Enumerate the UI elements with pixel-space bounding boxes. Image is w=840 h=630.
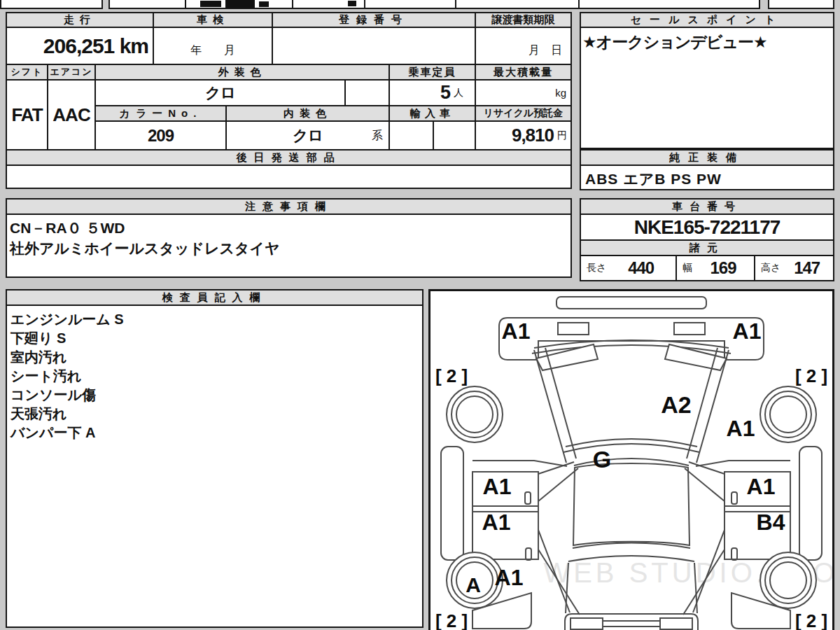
inspector-line: 下廻り S bbox=[10, 329, 124, 348]
interior-color-value: クロ 系 bbox=[227, 122, 390, 150]
damage-label-windshield: A2 bbox=[661, 391, 691, 418]
recycle-deposit-value: 9,810円 bbox=[476, 122, 570, 150]
cutoff-glyphs bbox=[348, 1, 356, 6]
interior-color-suffix: 系 bbox=[372, 129, 383, 144]
car-right-sill bbox=[799, 447, 822, 560]
car-roof-bar bbox=[556, 297, 706, 309]
sales-point-text: ★オークションデビュー★ bbox=[582, 31, 767, 53]
capacity-value: 5人 bbox=[390, 80, 476, 106]
registration-header: 登録番号 bbox=[273, 13, 476, 28]
damage-diagram-panel: WEB STUDIO.PRO bbox=[428, 289, 834, 630]
inspector-line: バンパー下 A bbox=[10, 424, 124, 442]
spec-height: 高さ147 bbox=[755, 256, 833, 280]
genuine-equipment-text: ABS エアB PS PW bbox=[585, 169, 722, 189]
note-line: 社外アルミホイールスタッドレスタイヤ bbox=[10, 238, 279, 258]
cutoff-glyphs bbox=[259, 1, 269, 7]
damage-label-left-rear-quarter: A1 bbox=[495, 565, 524, 590]
damage-label-front-bumper-right: A1 bbox=[733, 318, 762, 344]
shaken-header: 車検 bbox=[154, 13, 273, 28]
inspector-line: 室内汚れ bbox=[10, 348, 124, 367]
inspector-line: エンジンルーム S bbox=[10, 310, 124, 329]
damage-label-cowl: G bbox=[593, 446, 611, 472]
genuine-equipment-header: 純正装備 bbox=[581, 150, 833, 166]
registration-value bbox=[273, 28, 476, 65]
inspector-line: 天張汚れ bbox=[10, 405, 124, 424]
exterior-color-header: 外装色 bbox=[96, 65, 390, 80]
aircon-value: AAC bbox=[48, 80, 96, 150]
mileage-header: 走行 bbox=[7, 13, 154, 28]
inspector-header: 検査員記入欄 bbox=[7, 290, 422, 306]
genuine-equipment-panel: 純正装備 ABS エアB PS PW bbox=[580, 149, 834, 190]
chassis-header: 車台番号 bbox=[581, 200, 833, 215]
shift-header: シフト bbox=[7, 65, 48, 80]
inspector-line: コンソール傷 bbox=[10, 386, 124, 405]
damage-label-right-rear-door: B4 bbox=[757, 510, 785, 535]
damage-label-front-bumper-left: A1 bbox=[502, 318, 531, 344]
color-no-value: 209 bbox=[96, 122, 227, 150]
spec-length: 長さ440 bbox=[581, 256, 677, 280]
cutoff-row-left-cell bbox=[0, 0, 103, 9]
car-front-right-wheel bbox=[760, 386, 816, 442]
exterior-color-extra-cell bbox=[346, 80, 390, 106]
damage-label-right-pillar: A1 bbox=[727, 416, 755, 441]
car-roof bbox=[573, 463, 690, 545]
import-header: 輸入車 bbox=[390, 106, 476, 122]
corner-label-rear-right: [ 2 ] bbox=[795, 610, 827, 630]
note-line: CN－RA０ ５WD bbox=[10, 218, 279, 238]
cutoff-glyphs bbox=[200, 1, 221, 7]
shaken-value: 年 月 bbox=[154, 28, 273, 65]
color-no-header: カラーNo. bbox=[96, 106, 227, 122]
car-rear-right-wheel bbox=[760, 552, 816, 608]
car-front-left-wheel bbox=[447, 386, 503, 442]
max-load-header: 最大積載量 bbox=[476, 65, 570, 80]
later-parts-value bbox=[7, 166, 570, 188]
notes-panel: 注意事項欄 CN－RA０ ５WD 社外アルミホイールスタッドレスタイヤ bbox=[6, 198, 572, 278]
exterior-color-value: クロ bbox=[96, 80, 346, 106]
import-value-cell-1 bbox=[390, 122, 434, 150]
chassis-number: NKE165-7221177 bbox=[581, 215, 833, 241]
damage-label-left-rear-door: A1 bbox=[482, 510, 511, 535]
car-left-sill bbox=[441, 447, 463, 560]
notes-header: 注意事項欄 bbox=[7, 200, 570, 215]
aircon-header: エアコン bbox=[48, 65, 96, 80]
recycle-deposit-header: リサイクル預託金 bbox=[476, 106, 570, 122]
interior-color-header: 内装色 bbox=[227, 106, 390, 122]
mileage-value: 206,251 km bbox=[7, 28, 154, 65]
car-damage-diagram: WEB STUDIO.PRO bbox=[430, 291, 832, 630]
sales-point-panel: セールスポイント ★オークションデビュー★ bbox=[580, 12, 834, 149]
chassis-panel: 車台番号 NKE165-7221177 諸元 長さ440 幅169 高さ147 bbox=[580, 198, 834, 281]
sales-point-header: セールスポイント bbox=[581, 13, 833, 28]
spec-width: 幅169 bbox=[677, 256, 755, 280]
transfer-deadline-value: 月 日 bbox=[476, 28, 570, 65]
specs-header: 諸元 bbox=[581, 241, 833, 256]
max-load-value: kg bbox=[476, 80, 570, 106]
damage-label-left-rear-wheel: A bbox=[465, 573, 481, 596]
shift-value: FAT bbox=[7, 80, 48, 150]
inspector-line: シート汚れ bbox=[10, 367, 124, 386]
damage-label-right-front-door: A1 bbox=[747, 474, 776, 499]
transfer-deadline-header: 譲渡書類期限 bbox=[476, 13, 570, 28]
corner-label-front-right: [ 2 ] bbox=[795, 365, 827, 386]
import-value-cell-2 bbox=[434, 122, 476, 150]
corner-label-front-left: [ 2 ] bbox=[435, 365, 468, 386]
car-front-bumper bbox=[499, 318, 764, 360]
capacity-header: 乗車定員 bbox=[390, 65, 476, 80]
damage-label-left-front-door: A1 bbox=[483, 474, 512, 499]
inspector-panel: 検査員記入欄 エンジンルーム S 下廻り S 室内汚れ シート汚れ コンソール傷… bbox=[6, 289, 424, 628]
specs-row: 長さ440 幅169 高さ147 bbox=[581, 256, 833, 280]
corner-label-rear-left: [ 2 ] bbox=[435, 610, 468, 630]
later-parts-header: 後日発送部品 bbox=[7, 150, 570, 166]
cutoff-glyphs bbox=[225, 0, 255, 8]
cutoff-row-right-cell bbox=[768, 0, 834, 9]
vehicle-info-table: 走行 車検 登録番号 譲渡書類期限 206,251 km 年 月 月 日 シフト… bbox=[6, 12, 572, 189]
auction-sheet: { "info": { "row1": { "h_mileage": "走行",… bbox=[0, 0, 840, 630]
